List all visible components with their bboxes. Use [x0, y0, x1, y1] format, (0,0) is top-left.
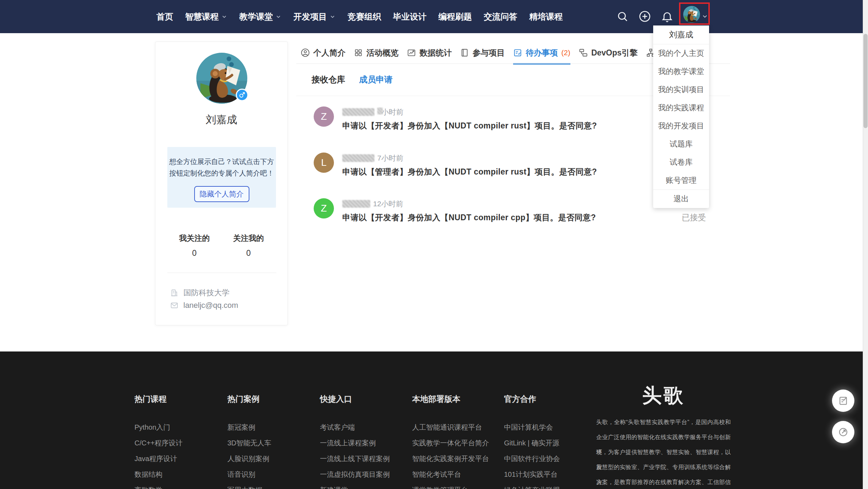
school-name: 国防科技大学	[183, 288, 229, 298]
tab-devops-engine[interactable]: DevOps引擎	[579, 42, 638, 64]
male-gender-icon	[236, 89, 248, 101]
nav-menu: 首页 智慧课程 教学课堂 开发项目 竞赛组织 毕业设计 编程刷题 交流问答 精培…	[156, 0, 563, 33]
footer-link[interactable]: 军用大数据	[227, 482, 271, 489]
footer-col-hot-courses: 热门课程 Python入门 C/C++程序设计 Java程序设计 数据结构 离散…	[134, 394, 183, 489]
footer-link[interactable]: 人工智能通识课程平台	[412, 420, 489, 435]
footer-link[interactable]: 数据结构	[134, 467, 183, 482]
menu-item-account[interactable]: 账号管理	[653, 171, 709, 190]
timestamp: 12小时前	[373, 199, 403, 209]
blurred-username	[342, 200, 370, 208]
scrollbar-track[interactable]	[863, 0, 868, 489]
search-icon[interactable]	[616, 10, 629, 23]
scrollbar-thumb[interactable]	[863, 34, 868, 128]
bell-icon[interactable]	[661, 10, 673, 23]
intro-tip-box: 想全方位展示自己？试试点击下方 按钮定制化您的专属个人简介吧！ 隐藏个人简介	[167, 147, 276, 208]
member-head-line: 12小时前	[342, 199, 403, 209]
application-message: 申请以【管理者】身份加入【NUDT compiler rust】项目。是否同意?	[342, 166, 597, 177]
footer-link[interactable]: 3D智能无人车	[227, 435, 271, 451]
email-row: laneljc@qq.com	[170, 301, 238, 310]
footer-col-quick-entry: 快捷入口 考试客户端 一流线上课程案例 一流线上线下课程案例 一流虚拟仿真项目案…	[320, 394, 390, 489]
footer-link[interactable]: 实践教学一体化平台简介	[412, 435, 489, 451]
hide-intro-button[interactable]: 隐藏个人简介	[194, 186, 249, 202]
tab-data-statistics[interactable]: 数据统计	[407, 42, 452, 64]
user-avatar[interactable]	[683, 6, 700, 23]
footer-link[interactable]: 语音识别	[227, 467, 271, 482]
school-icon	[170, 289, 178, 297]
application-message: 申请以【开发者】身份加入【NUDT compiler cpp】项目。是否同意?	[342, 212, 596, 223]
tab-participated-projects[interactable]: 参与项目	[460, 42, 505, 64]
footer-link[interactable]: C/C++程序设计	[134, 435, 183, 451]
menu-item-my-training[interactable]: 我的实训项目	[653, 81, 709, 99]
footer-link[interactable]: 中国软件行业协会	[504, 451, 560, 467]
footer-link[interactable]: 101计划实践平台	[504, 467, 560, 482]
touge-logo: 头歌	[596, 384, 731, 407]
nav-item-graduation[interactable]: 毕业设计	[393, 11, 426, 22]
subtab-received-repos[interactable]: 接收仓库	[312, 74, 345, 85]
footer-link[interactable]: 中国计算机学会	[504, 420, 560, 435]
nav-item-premium-courses[interactable]: 精培课程	[529, 11, 563, 22]
footer-brand-block: 头歌 头歌，全称“头歌智慧实践教学平台”，是国内高校和 企业广泛使用的智能化在线…	[596, 384, 731, 489]
member-head-line: 7小时前	[342, 153, 403, 163]
menu-item-my-dev-projects[interactable]: 我的开发项目	[653, 117, 709, 135]
footer-link[interactable]: 绿色计算产业联盟	[504, 482, 560, 489]
footer-link[interactable]: 一流线上课程案例	[320, 435, 390, 451]
profile-name: 刘嘉成	[155, 113, 287, 127]
footer-link[interactable]: 离散数学	[134, 482, 183, 489]
menu-item-paper-bank[interactable]: 试卷库	[653, 153, 709, 171]
tab-activity-overview[interactable]: 活动概览	[354, 42, 399, 64]
stat-followers[interactable]: 关注我的 0	[231, 233, 266, 258]
member-avatar[interactable]: L	[314, 153, 334, 173]
nav-item-qa[interactable]: 交流问答	[484, 11, 517, 22]
chevron-down-icon[interactable]	[701, 13, 708, 20]
footer-link[interactable]: 智能化考试平台	[412, 467, 489, 482]
email-value: laneljc@qq.com	[183, 301, 238, 310]
footer-link[interactable]: 考试客户端	[320, 420, 390, 435]
member-avatar[interactable]: Z	[314, 106, 334, 127]
todo-subtabs: 接收仓库 成员申请	[312, 74, 393, 85]
follow-stats: 我关注的 0 关注我的 0	[155, 233, 287, 258]
footer-link[interactable]: 新建课堂	[320, 482, 390, 489]
todo-count-badge: (2)	[561, 49, 570, 57]
nav-item-teaching[interactable]: 教学课堂	[239, 11, 282, 22]
share-refresh-button[interactable]	[832, 421, 854, 443]
plus-circle-icon[interactable]	[639, 10, 651, 23]
footer-link[interactable]: 一流虚拟仿真项目案例	[320, 467, 390, 482]
nav-item-competitions[interactable]: 竞赛组织	[348, 11, 381, 22]
user-dropdown-menu: 刘嘉成 我的个人主页 我的教学课堂 我的实训项目 我的实践课程 我的开发项目 试…	[653, 25, 709, 208]
feedback-button[interactable]	[832, 390, 854, 412]
nav-item-dev-projects[interactable]: 开发项目	[293, 11, 336, 22]
blurred-username	[342, 154, 374, 162]
stat-following[interactable]: 我关注的 0	[177, 233, 212, 258]
footer-link[interactable]: Java程序设计	[134, 451, 183, 467]
page: 首页 智慧课程 教学课堂 开发项目 竞赛组织 毕业设计 编程刷题 交流问答 精培…	[0, 0, 868, 489]
footer-col-official-partners: 官方合作 中国计算机学会 GitLink | 确实开源 中国软件行业协会 101…	[504, 394, 560, 489]
footer-link[interactable]: 课堂教学管理平台	[412, 482, 489, 489]
menu-item-my-homepage[interactable]: 我的个人主页	[653, 44, 709, 62]
timestamp: 小时前	[377, 107, 403, 117]
timestamp: 7小时前	[377, 153, 403, 163]
footer-link[interactable]: 一流线上线下课程案例	[320, 451, 390, 467]
chevron-down-icon	[329, 14, 336, 20]
menu-item-logout[interactable]: 退出	[653, 190, 709, 208]
footer-col-local-deploy: 本地部署版本 人工智能通识课程平台 实践教学一体化平台简介 智能化实践案例开发平…	[412, 394, 489, 489]
footer-link[interactable]: 智能化实践案例开发平台	[412, 451, 489, 467]
menu-item-my-teaching[interactable]: 我的教学课堂	[653, 62, 709, 81]
footer-link[interactable]: 人脸识别案例	[227, 451, 271, 467]
mail-icon	[170, 301, 178, 310]
menu-item-my-practice-courses[interactable]: 我的实践课程	[653, 99, 709, 117]
nav-item-smart-courses[interactable]: 智慧课程	[185, 11, 227, 22]
footer-link[interactable]: 新冠案例	[227, 420, 271, 435]
tab-personal-intro[interactable]: 个人简介	[301, 42, 345, 64]
nav-item-home[interactable]: 首页	[156, 11, 173, 22]
member-avatar[interactable]: Z	[314, 198, 334, 218]
school-row: 国防科技大学	[170, 288, 229, 298]
chevron-down-icon	[275, 14, 282, 20]
tab-todo-items[interactable]: 待办事项(2)	[513, 42, 570, 64]
status-accepted: 已接受	[682, 212, 706, 223]
menu-item-question-bank[interactable]: 试题库	[653, 135, 709, 153]
page-footer: 热门课程 Python入门 C/C++程序设计 Java程序设计 数据结构 离散…	[0, 351, 868, 489]
footer-link[interactable]: Python入门	[134, 420, 183, 435]
nav-item-coding-practice[interactable]: 编程刷题	[438, 11, 472, 22]
subtab-member-applications[interactable]: 成员申请	[359, 74, 393, 85]
footer-link[interactable]: GitLink | 确实开源	[504, 435, 560, 451]
